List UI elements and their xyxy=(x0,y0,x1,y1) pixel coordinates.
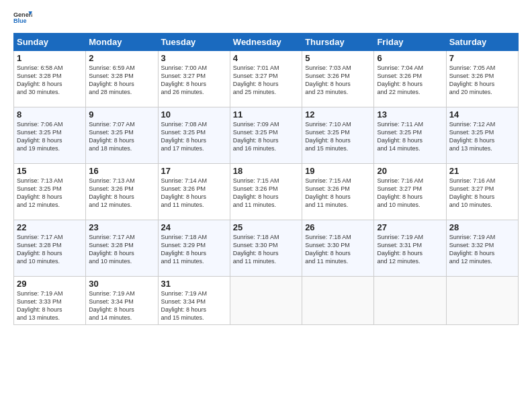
header: General Blue xyxy=(13,10,519,25)
cell-info: Sunrise: 7:06 AMSunset: 3:25 PMDaylight:… xyxy=(17,120,83,153)
day-number: 13 xyxy=(377,109,443,120)
cell-info: Sunrise: 7:12 AMSunset: 3:25 PMDaylight:… xyxy=(449,120,515,153)
day-number: 3 xyxy=(161,53,227,63)
calendar-row: 15Sunrise: 7:13 AMSunset: 3:25 PMDayligh… xyxy=(14,164,519,220)
day-number: 1 xyxy=(17,53,83,63)
cell-info: Sunrise: 6:59 AMSunset: 3:28 PMDaylight:… xyxy=(89,64,154,97)
cell-info: Sunrise: 7:13 AMSunset: 3:25 PMDaylight:… xyxy=(17,177,83,210)
weekday-header-sunday: Sunday xyxy=(14,34,86,51)
cell-info: Sunrise: 7:19 AMSunset: 3:32 PMDaylight:… xyxy=(449,233,515,266)
calendar-cell: 16Sunrise: 7:13 AMSunset: 3:26 PMDayligh… xyxy=(86,164,158,220)
calendar-cell: 12Sunrise: 7:10 AMSunset: 3:25 PMDayligh… xyxy=(302,107,374,164)
cell-info: Sunrise: 7:16 AMSunset: 3:27 PMDaylight:… xyxy=(377,177,443,210)
calendar-cell: 4Sunrise: 7:01 AMSunset: 3:27 PMDaylight… xyxy=(230,51,302,107)
cell-info: Sunrise: 7:07 AMSunset: 3:25 PMDaylight:… xyxy=(89,120,154,153)
cell-info: Sunrise: 7:19 AMSunset: 3:34 PMDaylight:… xyxy=(89,289,154,322)
calendar-cell: 6Sunrise: 7:04 AMSunset: 3:26 PMDaylight… xyxy=(374,51,446,107)
cell-info: Sunrise: 6:58 AMSunset: 3:28 PMDaylight:… xyxy=(17,64,83,97)
day-number: 22 xyxy=(17,222,83,232)
day-number: 9 xyxy=(89,109,154,120)
day-number: 18 xyxy=(233,166,299,176)
day-number: 12 xyxy=(305,109,371,120)
day-number: 21 xyxy=(449,166,515,176)
calendar-cell: 5Sunrise: 7:03 AMSunset: 3:26 PMDaylight… xyxy=(302,51,374,107)
calendar-cell: 13Sunrise: 7:11 AMSunset: 3:25 PMDayligh… xyxy=(374,107,446,164)
calendar-row: 8Sunrise: 7:06 AMSunset: 3:25 PMDaylight… xyxy=(14,107,519,164)
calendar-cell: 19Sunrise: 7:15 AMSunset: 3:26 PMDayligh… xyxy=(302,164,374,220)
weekday-header-tuesday: Tuesday xyxy=(158,34,230,51)
calendar-cell: 2Sunrise: 6:59 AMSunset: 3:28 PMDaylight… xyxy=(86,51,158,107)
cell-info: Sunrise: 7:09 AMSunset: 3:25 PMDaylight:… xyxy=(233,120,299,153)
day-number: 11 xyxy=(233,109,299,120)
calendar-cell xyxy=(302,277,374,325)
day-number: 16 xyxy=(89,166,154,176)
calendar-cell: 24Sunrise: 7:18 AMSunset: 3:29 PMDayligh… xyxy=(158,220,230,277)
day-number: 5 xyxy=(305,53,371,63)
calendar-cell: 7Sunrise: 7:05 AMSunset: 3:26 PMDaylight… xyxy=(446,51,518,107)
day-number: 19 xyxy=(305,166,371,176)
day-number: 25 xyxy=(233,222,299,232)
logo-icon: General Blue xyxy=(13,10,32,25)
svg-text:Blue: Blue xyxy=(13,17,27,24)
weekday-header-thursday: Thursday xyxy=(302,34,374,51)
cell-info: Sunrise: 7:05 AMSunset: 3:26 PMDaylight:… xyxy=(449,64,515,97)
cell-info: Sunrise: 7:13 AMSunset: 3:26 PMDaylight:… xyxy=(89,177,154,210)
calendar-cell: 25Sunrise: 7:18 AMSunset: 3:30 PMDayligh… xyxy=(230,220,302,277)
cell-info: Sunrise: 7:00 AMSunset: 3:27 PMDaylight:… xyxy=(161,64,227,97)
calendar-cell xyxy=(446,277,518,325)
day-number: 15 xyxy=(17,166,83,176)
calendar-cell: 22Sunrise: 7:17 AMSunset: 3:28 PMDayligh… xyxy=(14,220,86,277)
day-number: 20 xyxy=(377,166,443,176)
page: General Blue SundayMondayTuesdayWednesda… xyxy=(0,0,532,411)
logo: General Blue xyxy=(13,10,32,25)
calendar-cell: 3Sunrise: 7:00 AMSunset: 3:27 PMDaylight… xyxy=(158,51,230,107)
day-number: 4 xyxy=(233,53,299,63)
calendar-cell xyxy=(374,277,446,325)
day-number: 23 xyxy=(89,222,154,232)
cell-info: Sunrise: 7:01 AMSunset: 3:27 PMDaylight:… xyxy=(233,64,299,97)
calendar-cell: 30Sunrise: 7:19 AMSunset: 3:34 PMDayligh… xyxy=(86,277,158,325)
calendar-cell: 26Sunrise: 7:18 AMSunset: 3:30 PMDayligh… xyxy=(302,220,374,277)
calendar-cell: 23Sunrise: 7:17 AMSunset: 3:28 PMDayligh… xyxy=(86,220,158,277)
calendar-cell: 27Sunrise: 7:19 AMSunset: 3:31 PMDayligh… xyxy=(374,220,446,277)
cell-info: Sunrise: 7:19 AMSunset: 3:34 PMDaylight:… xyxy=(161,289,227,322)
cell-info: Sunrise: 7:18 AMSunset: 3:30 PMDaylight:… xyxy=(305,233,371,266)
calendar-row: 22Sunrise: 7:17 AMSunset: 3:28 PMDayligh… xyxy=(14,220,519,277)
calendar-cell: 9Sunrise: 7:07 AMSunset: 3:25 PMDaylight… xyxy=(86,107,158,164)
calendar-cell: 17Sunrise: 7:14 AMSunset: 3:26 PMDayligh… xyxy=(158,164,230,220)
cell-info: Sunrise: 7:17 AMSunset: 3:28 PMDaylight:… xyxy=(17,233,83,266)
cell-info: Sunrise: 7:11 AMSunset: 3:25 PMDaylight:… xyxy=(377,120,443,153)
calendar-cell: 18Sunrise: 7:15 AMSunset: 3:26 PMDayligh… xyxy=(230,164,302,220)
day-number: 6 xyxy=(377,53,443,63)
day-number: 2 xyxy=(89,53,154,63)
cell-info: Sunrise: 7:16 AMSunset: 3:27 PMDaylight:… xyxy=(449,177,515,210)
day-number: 27 xyxy=(377,222,443,232)
cell-info: Sunrise: 7:19 AMSunset: 3:31 PMDaylight:… xyxy=(377,233,443,266)
day-number: 30 xyxy=(89,279,154,289)
cell-info: Sunrise: 7:14 AMSunset: 3:26 PMDaylight:… xyxy=(161,177,227,210)
cell-info: Sunrise: 7:04 AMSunset: 3:26 PMDaylight:… xyxy=(377,64,443,97)
cell-info: Sunrise: 7:15 AMSunset: 3:26 PMDaylight:… xyxy=(305,177,371,210)
cell-info: Sunrise: 7:08 AMSunset: 3:25 PMDaylight:… xyxy=(161,120,227,153)
cell-info: Sunrise: 7:17 AMSunset: 3:28 PMDaylight:… xyxy=(89,233,154,266)
weekday-header-saturday: Saturday xyxy=(446,34,518,51)
calendar-cell: 31Sunrise: 7:19 AMSunset: 3:34 PMDayligh… xyxy=(158,277,230,325)
cell-info: Sunrise: 7:18 AMSunset: 3:30 PMDaylight:… xyxy=(233,233,299,266)
day-number: 10 xyxy=(161,109,227,120)
calendar-body: 1Sunrise: 6:58 AMSunset: 3:28 PMDaylight… xyxy=(14,51,519,325)
calendar-cell: 29Sunrise: 7:19 AMSunset: 3:33 PMDayligh… xyxy=(14,277,86,325)
cell-info: Sunrise: 7:18 AMSunset: 3:29 PMDaylight:… xyxy=(161,233,227,266)
calendar-header-row: SundayMondayTuesdayWednesdayThursdayFrid… xyxy=(14,34,519,51)
calendar-table: SundayMondayTuesdayWednesdayThursdayFrid… xyxy=(13,33,519,325)
day-number: 17 xyxy=(161,166,227,176)
day-number: 29 xyxy=(17,279,83,289)
calendar-cell: 20Sunrise: 7:16 AMSunset: 3:27 PMDayligh… xyxy=(374,164,446,220)
calendar-cell: 10Sunrise: 7:08 AMSunset: 3:25 PMDayligh… xyxy=(158,107,230,164)
day-number: 31 xyxy=(161,279,227,289)
calendar-cell: 1Sunrise: 6:58 AMSunset: 3:28 PMDaylight… xyxy=(14,51,86,107)
day-number: 7 xyxy=(449,53,515,63)
day-number: 14 xyxy=(449,109,515,120)
weekday-header-monday: Monday xyxy=(86,34,158,51)
calendar-cell: 21Sunrise: 7:16 AMSunset: 3:27 PMDayligh… xyxy=(446,164,518,220)
cell-info: Sunrise: 7:03 AMSunset: 3:26 PMDaylight:… xyxy=(305,64,371,97)
